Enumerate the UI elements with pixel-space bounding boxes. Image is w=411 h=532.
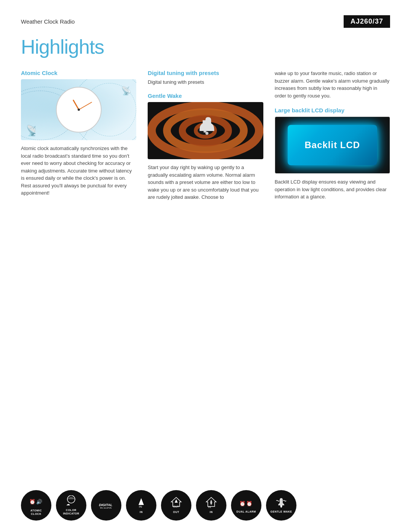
content-grid: Atomic Clock xyxy=(21,70,390,521)
svg-text:⏰: ⏰ xyxy=(29,498,36,505)
atomic-clock-title: Atomic Clock xyxy=(21,70,136,76)
atomic-clock-image: 📡 📡 xyxy=(21,79,136,140)
temp-in-icon: IN xyxy=(135,497,147,510)
backlit-lcd-image: Backlit LCD xyxy=(275,117,390,174)
svg-marker-14 xyxy=(139,498,144,505)
page: Weather Clock Radio AJ260/37 Highlights … xyxy=(0,0,411,532)
gentle-wake-rings-svg xyxy=(148,102,263,159)
header-subtitle: Weather Clock Radio xyxy=(21,18,75,25)
col-atomic-clock: Atomic Clock xyxy=(21,70,136,521)
footer-icon-digital-tuner: DIGITAL TUNER xyxy=(91,490,121,521)
svg-text:IN: IN xyxy=(139,505,142,508)
svg-marker-16 xyxy=(175,499,178,503)
digital-tuning-section: Digital tuning with presets Digital tuni… xyxy=(148,70,263,85)
col-digital-gentle: Digital tuning with presets Digital tuni… xyxy=(148,70,263,521)
svg-point-7 xyxy=(206,132,209,135)
svg-text:IN: IN xyxy=(208,506,211,508)
footer-icon-atomic-clock-label: ATOMICCLOCK xyxy=(30,509,42,516)
footer-icon-gentle-wake: gentle wake xyxy=(266,490,296,521)
svg-text:⏰: ⏰ xyxy=(246,500,253,507)
svg-text:🔊: 🔊 xyxy=(36,498,43,505)
page-title: Highlights xyxy=(21,35,390,58)
digital-tuner-icon: DIGITAL TUNER xyxy=(98,500,114,510)
footer-icon-gentle-wake-label: gentle wake xyxy=(271,510,292,513)
footer-icon-color-label: COLORINDICATOR xyxy=(63,509,80,515)
footer-icon-dual-alarm: ⏰ ⏰ dual alarm xyxy=(231,490,261,521)
tower-left-icon: 📡 xyxy=(24,121,35,136)
clock-center-dot xyxy=(78,109,80,111)
svg-text:📡: 📡 xyxy=(26,125,35,136)
temp-out-icon: OUT xyxy=(170,497,183,510)
tower-right-icon: 📡 xyxy=(120,82,132,97)
continuation-text: wake up to your favorite music, radio st… xyxy=(275,70,390,99)
digital-tuning-subtitle: Digital tuning with presets xyxy=(148,79,263,85)
gentle-wake-section: Gentle Wake xyxy=(148,93,263,201)
svg-point-22 xyxy=(280,506,282,508)
gentle-wake-text: Start your day right by waking up gently… xyxy=(148,164,263,201)
footer-icon-temp-in: IN IN xyxy=(126,490,156,521)
gentle-wake-title: Gentle Wake xyxy=(148,93,263,99)
col-lcd: wake up to your favorite music, radio st… xyxy=(275,70,390,521)
footer-icon-atomic-clock: ⏰ 🔊 ATOMICCLOCK xyxy=(21,490,51,521)
atomic-clock-text: Atomic clock automatically synchronizes … xyxy=(21,145,136,197)
header: Weather Clock Radio AJ260/37 xyxy=(21,15,390,28)
atomic-clock-icon: ⏰ 🔊 xyxy=(29,495,43,508)
svg-text:DIGITAL: DIGITAL xyxy=(99,503,112,507)
svg-text:TUNER: TUNER xyxy=(100,507,112,508)
footer-icon-color-indicator: ☁ COLORINDICATOR xyxy=(56,490,86,521)
footer-icon-humidity-in-label: IN xyxy=(210,511,213,514)
footer-icon-temp-in-label: IN xyxy=(140,511,143,514)
lcd-title: Large backlit LCD display xyxy=(275,107,390,113)
svg-text:OUT: OUT xyxy=(173,505,179,508)
color-indicator-icon: ☁ xyxy=(64,495,78,508)
footer-icon-humidity-in: IN IN xyxy=(196,490,226,521)
svg-text:⏰: ⏰ xyxy=(239,500,246,507)
model-badge: AJ260/37 xyxy=(344,15,390,28)
footer-icon-temp-out: OUT OUT xyxy=(161,490,191,521)
clock-minute-hand xyxy=(78,102,92,110)
footer-icon-temp-out-label: OUT xyxy=(173,511,179,514)
backlit-screen: Backlit LCD xyxy=(288,125,377,166)
digital-tuning-title: Digital tuning with presets xyxy=(148,70,263,76)
gentle-wake-image xyxy=(148,102,263,159)
lcd-section: Large backlit LCD display Backlit LCD Ba… xyxy=(275,107,390,201)
clock-face xyxy=(56,87,102,133)
backlit-screen-text: Backlit LCD xyxy=(304,140,360,150)
gentle-wake-footer-icon xyxy=(274,497,288,509)
atomic-clock-section: Atomic Clock xyxy=(21,70,136,197)
svg-text:☁: ☁ xyxy=(66,502,70,506)
footer-icons: ⏰ 🔊 ATOMICCLOCK ☁ COLORINDICATOR DIGITA xyxy=(21,482,296,521)
svg-text:📡: 📡 xyxy=(121,86,132,96)
lcd-text: Backlit LCD display ensures easy viewing… xyxy=(275,178,390,201)
footer-icon-dual-alarm-label: dual alarm xyxy=(236,510,256,513)
humidity-in-icon: IN xyxy=(205,497,218,510)
dual-alarm-icon: ⏰ ⏰ xyxy=(239,497,253,509)
